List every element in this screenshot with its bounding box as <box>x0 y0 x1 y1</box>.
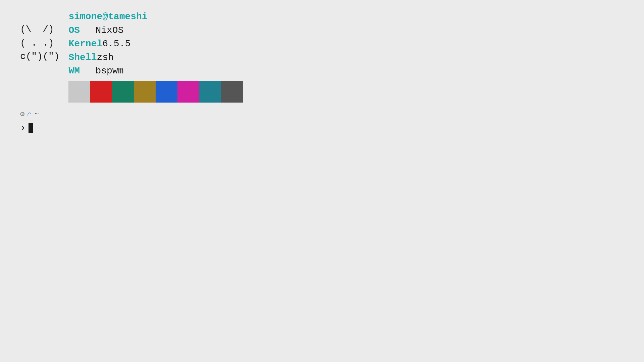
shell-value: zsh <box>97 51 113 65</box>
home-icon: ⌂ <box>27 109 32 120</box>
os-value: NixOS <box>95 24 123 38</box>
terminal-window: (\ /) ( . .) c(")(") simone@tameshi OS N… <box>0 0 644 135</box>
tilde-path: ~ <box>34 109 39 120</box>
kernel-label: Kernel <box>68 37 102 51</box>
prompt-chevron: › <box>20 121 26 135</box>
color-palette <box>68 81 243 103</box>
gear-icon: ⚙ <box>20 109 24 120</box>
color-swatch-blue <box>156 81 177 103</box>
ascii-art-logo: (\ /) ( . .) c(")(") <box>20 10 65 64</box>
prompt-area: ⚙ ⌂ ~ › <box>20 109 644 135</box>
color-swatch-yellow-olive <box>134 81 156 103</box>
color-swatch-green <box>112 81 134 103</box>
kernel-line: Kernel 6.5.5 <box>68 37 243 51</box>
prompt-input-line[interactable]: › <box>20 121 644 135</box>
system-info: simone@tameshi OS NixOS Kernel 6.5.5 She… <box>68 10 243 103</box>
wm-label: WM <box>68 64 95 78</box>
wm-value: bspwm <box>95 64 123 78</box>
shell-line: Shell zsh <box>68 51 243 65</box>
shell-label: Shell <box>68 51 97 65</box>
os-line: OS NixOS <box>68 24 243 38</box>
username-value: simone@tameshi <box>68 10 147 24</box>
neofetch-output: (\ /) ( . .) c(")(") simone@tameshi OS N… <box>20 10 644 103</box>
color-swatch-light-gray <box>68 81 90 103</box>
color-swatch-teal <box>199 81 221 103</box>
kernel-value: 6.5.5 <box>102 37 130 51</box>
wm-line: WM bspwm <box>68 64 243 78</box>
username-line: simone@tameshi <box>68 10 243 24</box>
cursor <box>29 123 33 133</box>
prompt-path-line: ⚙ ⌂ ~ <box>20 109 644 120</box>
color-swatch-red <box>90 81 112 103</box>
color-swatch-dark-gray <box>221 81 243 103</box>
color-swatch-magenta <box>177 81 199 103</box>
os-label: OS <box>68 24 95 38</box>
